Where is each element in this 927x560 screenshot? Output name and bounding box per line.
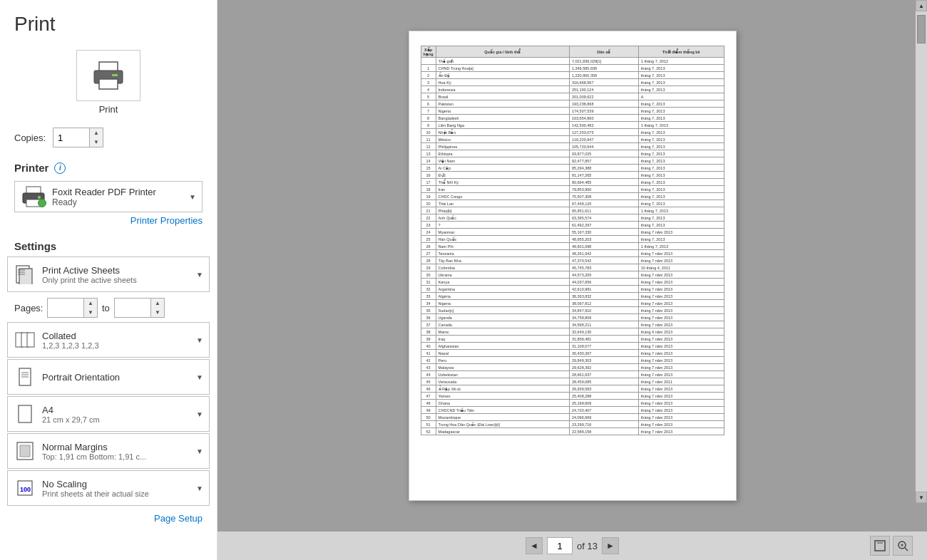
table-cell: Maroc [436, 328, 569, 336]
table-cell: Ai Cập [436, 165, 569, 172]
page-setup-link[interactable]: Page Setup [0, 507, 217, 529]
table-cell: Nam Phi [436, 243, 569, 250]
vertical-scrollbar[interactable]: ▲ ▼ [916, 0, 927, 503]
scroll-thumb[interactable] [917, 15, 926, 43]
table-cell: 81,147,265 [569, 172, 638, 179]
table-cell: tháng 7 năm 2013 [638, 421, 724, 428]
table-cell: Indonesia [436, 86, 569, 93]
table-cell: 30,430,267 [569, 350, 638, 357]
table-cell: tháng 7, 2013 [638, 179, 724, 186]
table-cell: 42,610,981 [569, 286, 638, 293]
table-cell: 23 [421, 222, 436, 229]
pages-from-input[interactable] [48, 301, 83, 316]
table-cell: 39 [421, 336, 436, 343]
pages-from-down[interactable]: ▼ [84, 308, 97, 317]
table-cell: Madagascar [436, 428, 569, 435]
table-cell: 38,097,812 [569, 300, 638, 307]
table-row: 46Ả Rập Xê-út26,939,583tháng 7 năm 2013 [421, 385, 724, 393]
col-header-country: Quốc gia / lãnh thổ [436, 46, 569, 58]
table-cell: 24 [421, 229, 436, 236]
table-cell: tháng 7 năm 2013 [638, 385, 724, 393]
orientation-text: Portrait Orientation [42, 372, 190, 383]
pages-to-down[interactable]: ▼ [151, 308, 164, 317]
table-cell: tháng 7 năm 2013 [638, 321, 724, 328]
table-cell: Brasil [436, 93, 569, 100]
table-cell: tháng 7, 2013 [638, 86, 724, 93]
nav-bar: ◄ of 13 ► [217, 532, 927, 560]
setting-scaling[interactable]: 100 No Scaling Print sheets at their act… [7, 470, 210, 506]
table-cell: 14 [421, 157, 436, 165]
table-cell: Pháp[b] [436, 207, 569, 214]
table-cell: 6 [421, 100, 436, 108]
printer-select-dropdown[interactable]: Foxit Reader PDF Printer Ready ▼ [14, 181, 203, 212]
printer-properties-link[interactable]: Printer Properties [14, 212, 203, 229]
printer-section-header: Printer i [0, 156, 217, 178]
table-cell: Nigeria [436, 300, 569, 307]
scroll-down-button[interactable]: ▼ [916, 492, 927, 503]
table-cell: tháng 7, 2013 [638, 222, 724, 229]
svg-rect-15 [27, 333, 34, 347]
prev-page-button[interactable]: ◄ [526, 537, 543, 554]
table-cell: 25,199,609 [569, 400, 638, 407]
table-cell: 21 [421, 207, 436, 214]
copies-input-wrap: ▲ ▼ [53, 128, 103, 147]
table-cell: Tanzania [436, 250, 569, 257]
setting-active-sheets[interactable]: Print Active Sheets Only print the activ… [7, 256, 210, 292]
table-cell: 38,263,832 [569, 293, 638, 300]
copies-row: Copies: ▲ ▼ [0, 125, 217, 156]
pages-from-up[interactable]: ▲ [84, 299, 97, 308]
table-cell: 33 [421, 293, 436, 300]
table-cell: 44,037,656 [569, 279, 638, 286]
table-cell: 127,253,075 [569, 129, 638, 136]
table-cell: CHDC Congo [436, 193, 569, 200]
table-row: 24Myanmar55,167,330tháng 7 năm 2013 [421, 229, 724, 236]
table-cell: 1,220,800,359 [569, 72, 638, 79]
printer-info-icon[interactable]: i [54, 162, 66, 174]
table-cell: 34 [421, 300, 436, 307]
table-row: 21Pháp[b]65,951,6111 tháng 7, 2013 [421, 207, 724, 214]
zoom-button[interactable] [893, 536, 913, 556]
print-button-area: Print [0, 43, 217, 125]
svg-rect-9 [19, 269, 32, 284]
setting-orientation[interactable]: Portrait Orientation ▼ [7, 359, 210, 395]
setting-paper-size[interactable]: A4 21 cm x 29,7 cm ▼ [7, 396, 210, 432]
sheets-svg [15, 264, 35, 284]
printer-name: Foxit Reader PDF Printer [52, 187, 183, 197]
col-header-date: Thời điểm thống kê [638, 46, 724, 58]
pages-to-up[interactable]: ▲ [151, 299, 164, 308]
table-cell: tháng 7 năm 2013 [638, 257, 724, 264]
margins-title: Normal Margins [42, 442, 190, 452]
table-cell: 36 [421, 314, 436, 321]
print-button[interactable] [76, 50, 140, 101]
page-of-label: of 13 [577, 541, 598, 551]
pages-to-input[interactable] [115, 301, 150, 316]
table-cell: Tây Ban Nha [436, 257, 569, 264]
copies-down-button[interactable]: ▼ [90, 138, 103, 147]
copies-input[interactable] [53, 131, 89, 145]
doc-inner: Xếp hạng Quốc gia / lãnh thổ Dân số Thời… [409, 31, 736, 450]
scroll-track [916, 11, 927, 492]
scroll-up-button[interactable]: ▲ [916, 0, 927, 11]
table-cell: Iran [436, 186, 569, 193]
current-page-input[interactable] [547, 537, 573, 554]
table-cell: 31,108,077 [569, 343, 638, 350]
table-cell: Ethiopia [436, 150, 569, 157]
setting-margins[interactable]: Normal Margins Top: 1,91 cm Bottom: 1,91… [7, 433, 210, 469]
pages-from-wrap: ▲ ▼ [47, 298, 98, 318]
table-cell: tháng 7 năm 2011 [638, 378, 724, 385]
table-cell: 41 [421, 350, 436, 357]
table-cell: 11 [421, 136, 436, 143]
next-page-button[interactable]: ► [602, 537, 619, 554]
scaling-subtitle: Print sheets at their actual size [42, 489, 190, 498]
paper-size-text: A4 21 cm x 29,7 cm [42, 405, 190, 424]
setting-collated[interactable]: Collated 1,2,3 1,2,3 1,2,3 ▼ [7, 322, 210, 358]
copies-up-button[interactable]: ▲ [90, 128, 103, 138]
table-cell: 13 [421, 150, 436, 157]
table-cell: Hàn Quốc [436, 236, 569, 243]
table-cell: 193,238,868 [569, 100, 638, 108]
table-row: 3Hoa Kỳ316,668,567tháng 7, 2013 [421, 79, 724, 86]
table-row: 41Nepal30,430,267tháng 7 năm 2013 [421, 350, 724, 357]
col-header-rank: Xếp hạng [421, 46, 436, 58]
table-cell: 27 [421, 250, 436, 257]
fit-page-button[interactable] [870, 536, 890, 556]
